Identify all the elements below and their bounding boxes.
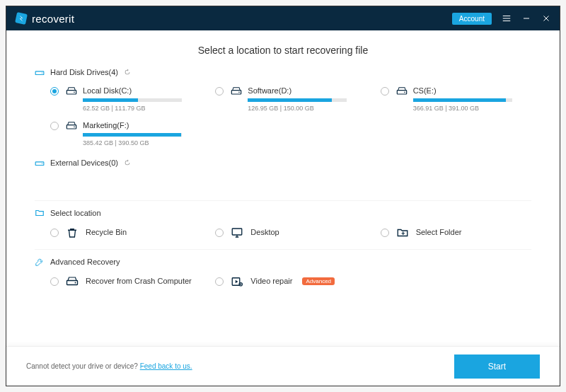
radio-button[interactable] [50, 87, 59, 96]
svg-rect-0 [15, 12, 28, 25]
radio-button[interactable] [381, 87, 389, 96]
advanced-label: Video repair [250, 277, 292, 285]
drive-label: Software(D:) [248, 86, 291, 95]
drive-item[interactable]: CS(E:) 366.91 GB | 391.00 GB [381, 86, 531, 112]
hdd-icon [396, 86, 408, 96]
hdd-grid: Local Disk(C:) 62.52 GB | 111.79 GB Soft… [35, 86, 531, 146]
drive-item[interactable]: Local Disk(C:) 62.52 GB | 111.79 GB [50, 86, 201, 112]
account-button[interactable]: Account [452, 13, 492, 25]
drive-usage: 126.95 GB | 150.00 GB [248, 105, 366, 112]
radio-button[interactable] [50, 277, 59, 286]
hdd-section-icon [35, 67, 45, 77]
section-title: Advanced Recovery [50, 258, 120, 266]
advanced-grid: Recover from Crash Computer Video repair… [35, 275, 531, 287]
titlebar: recoverit Account [6, 6, 560, 30]
section-title: Hard Disk Drives(4) [50, 68, 118, 76]
svg-point-8 [404, 92, 405, 93]
hdd-icon [231, 86, 242, 96]
hdd-icon [66, 120, 77, 130]
folder-icon [396, 226, 409, 238]
section-title: External Devices(0) [50, 158, 118, 167]
app-window: recoverit Account Select a location to s… [6, 6, 560, 386]
svg-point-2 [42, 73, 42, 74]
close-icon[interactable] [541, 13, 551, 23]
location-item[interactable]: Select Folder [381, 226, 531, 238]
usage-bar [248, 98, 347, 102]
drive-usage: 385.42 GB | 390.50 GB [83, 139, 201, 146]
divider [35, 249, 531, 250]
section-external: External Devices(0) [35, 158, 531, 196]
footer: Cannot detect your drive or device? Feed… [6, 346, 560, 386]
footer-msg: Cannot detect your drive or device? [26, 362, 140, 370]
drive-usage: 366.91 GB | 391.00 GB [413, 105, 531, 112]
radio-button[interactable] [50, 122, 59, 130]
desktop-icon [231, 226, 243, 238]
external-empty [35, 176, 531, 196]
usage-bar [83, 133, 182, 137]
drive-usage: 62.52 GB | 111.79 GB [83, 105, 201, 112]
drive-item[interactable]: Software(D:) 126.95 GB | 150.00 GB [215, 86, 366, 112]
feedback-link[interactable]: Feed back to us. [140, 362, 192, 370]
advanced-label: Recover from Crash Computer [86, 277, 192, 285]
svg-point-4 [74, 92, 75, 93]
usage-bar [413, 98, 512, 102]
drive-item[interactable]: Marketing(F:) 385.42 GB | 390.50 GB [50, 120, 201, 146]
location-label: Select Folder [416, 228, 462, 236]
section-hdd: Hard Disk Drives(4) Local Disk(C:) 62.52… [35, 67, 531, 146]
content: Select a location to start recovering fi… [6, 30, 560, 346]
section-location: Select location Recycle Bin Desktop Sele… [35, 208, 531, 238]
drive-label: Marketing(F:) [83, 121, 129, 129]
minimize-icon[interactable] [521, 13, 531, 23]
svg-rect-13 [233, 229, 243, 235]
drive-label: Local Disk(C:) [83, 86, 132, 95]
section-advanced: Advanced Recovery Recover from Crash Com… [35, 257, 531, 287]
drive-icon [66, 275, 79, 287]
divider [35, 200, 531, 201]
page-title: Select a location to start recovering fi… [35, 45, 531, 56]
location-label: Desktop [250, 228, 279, 236]
drive-label: CS(E:) [413, 86, 437, 95]
hdd-icon [66, 86, 77, 96]
app-brand: recoverit [32, 13, 74, 25]
external-section-icon [35, 158, 45, 168]
svg-point-10 [74, 127, 75, 128]
svg-point-6 [239, 92, 241, 93]
svg-point-12 [42, 163, 42, 164]
advanced-item[interactable]: Video repair Advanced [215, 275, 366, 287]
recyclebin-icon [66, 226, 79, 238]
radio-button[interactable] [215, 87, 224, 96]
usage-bar [83, 98, 182, 102]
radio-button[interactable] [50, 229, 59, 237]
svg-point-15 [75, 282, 76, 284]
refresh-icon[interactable] [124, 159, 131, 166]
folder-section-icon [35, 208, 45, 218]
videorepair-icon [231, 275, 243, 287]
location-grid: Recycle Bin Desktop Select Folder [35, 226, 531, 238]
radio-button[interactable] [215, 277, 224, 286]
start-button[interactable]: Start [454, 354, 540, 379]
refresh-icon[interactable] [124, 69, 131, 76]
section-title: Select location [50, 209, 101, 217]
location-label: Recycle Bin [86, 228, 127, 236]
location-item[interactable]: Recycle Bin [50, 226, 201, 238]
app-logo: recoverit [15, 12, 74, 25]
menu-icon[interactable] [502, 13, 512, 23]
footer-text: Cannot detect your drive or device? Feed… [26, 362, 192, 370]
location-item[interactable]: Desktop [215, 226, 366, 238]
wrench-section-icon [35, 257, 45, 267]
advanced-badge: Advanced [302, 277, 335, 285]
logo-icon [15, 12, 28, 25]
radio-button[interactable] [215, 229, 224, 237]
radio-button[interactable] [381, 229, 389, 237]
advanced-item[interactable]: Recover from Crash Computer [50, 275, 201, 287]
